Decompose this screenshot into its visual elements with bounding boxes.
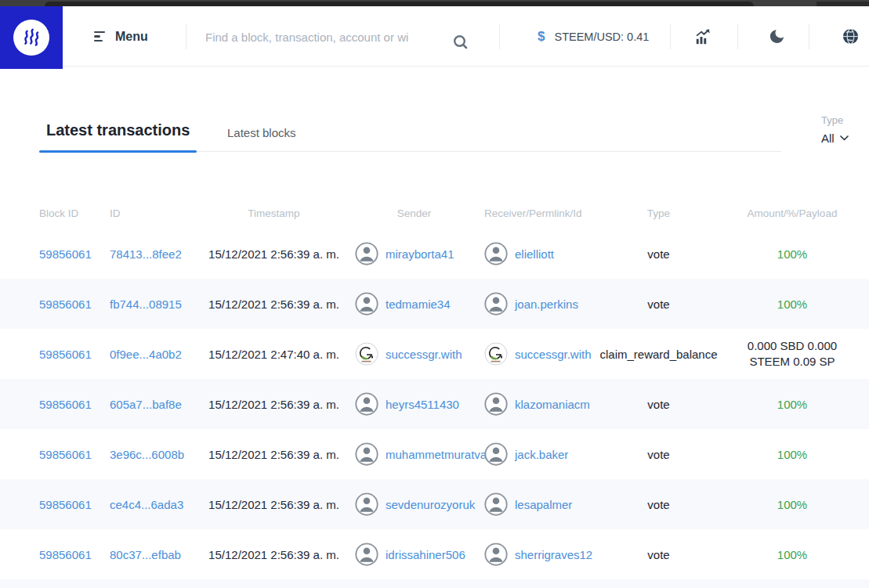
user-avatar-icon[interactable]: [484, 392, 508, 416]
menu-button[interactable]: Menu: [94, 6, 148, 67]
sender-link[interactable]: muhammetmuratva: [386, 448, 487, 461]
table-row: 59856061 605a7...baf8e 15/12/2021 2:56:3…: [0, 379, 869, 429]
market-chart-button[interactable]: [694, 6, 711, 67]
steem-logo-icon: [13, 20, 49, 56]
header-divider: [499, 23, 500, 49]
price-label: STEEM/USD: 0.41: [554, 31, 649, 43]
block-id-link[interactable]: 59856061: [39, 398, 92, 411]
transaction-type: claim_reward_balance: [602, 348, 715, 361]
receiver-link[interactable]: jack.baker: [515, 448, 568, 461]
amount-payload: 0.000 SBD 0.000 STEEM 0.09 SP: [740, 338, 845, 370]
transaction-id-link[interactable]: 0f9ee...4a0b2: [110, 348, 182, 361]
receiver-link[interactable]: elielliott: [515, 247, 554, 261]
receiver-link[interactable]: klazomaniacm: [515, 398, 590, 411]
timestamp: 15/12/2021 2:56:39 a. m.: [197, 498, 350, 511]
block-id-link[interactable]: 59856061: [39, 448, 92, 461]
timestamp: 15/12/2021 2:56:39 a. m.: [197, 548, 350, 561]
transactions-table: Block ID ID Timestamp Sender Receiver/Pe…: [0, 198, 869, 588]
table-header-row: Block ID ID Timestamp Sender Receiver/Pe…: [0, 198, 869, 229]
header-divider: [186, 23, 186, 49]
user-avatar-icon[interactable]: [355, 242, 378, 265]
user-avatar-icon[interactable]: [484, 442, 508, 466]
col-header-type: Type: [602, 207, 715, 219]
tab-latest-transactions[interactable]: Latest transactions: [39, 121, 197, 151]
transaction-type: vote: [602, 398, 715, 411]
receiver-link[interactable]: lesapalmer: [515, 498, 572, 511]
user-avatar-icon[interactable]: [484, 242, 508, 265]
dollar-icon: $: [538, 29, 545, 45]
user-avatar-icon[interactable]: [484, 492, 508, 516]
sender-link[interactable]: idrissahiner506: [386, 548, 465, 561]
table-row: 59856061 80c37...efbab 15/12/2021 2:56:3…: [0, 529, 869, 579]
col-header-sender: Sender: [350, 207, 478, 219]
type-filter-value: All: [821, 132, 835, 145]
header-divider: [809, 23, 809, 49]
sender-link[interactable]: sevdenurozyoruk: [386, 498, 475, 511]
language-button[interactable]: [842, 6, 860, 67]
user-avatar-icon[interactable]: [355, 442, 378, 466]
type-filter-label: Type: [821, 114, 849, 126]
moon-icon: [768, 27, 786, 45]
timestamp: 15/12/2021 2:56:39 a. m.: [197, 298, 350, 311]
timestamp: 15/12/2021 2:56:39 a. m.: [197, 398, 350, 411]
user-avatar-icon[interactable]: [484, 292, 508, 316]
table-row: 59856061 ce4c4...6ada3 15/12/2021 2:56:3…: [0, 479, 869, 529]
receiver-link[interactable]: successgr.with: [515, 348, 592, 361]
transaction-id-link[interactable]: 80c37...efbab: [110, 548, 181, 561]
amount-value: 100%: [777, 247, 807, 261]
header-divider: [670, 23, 671, 49]
block-id-link[interactable]: 59856061: [39, 548, 92, 561]
col-header-id: ID: [110, 207, 197, 219]
user-avatar-icon[interactable]: [484, 543, 508, 566]
user-avatar-icon[interactable]: [355, 492, 378, 516]
table-row-partial: [0, 579, 869, 588]
custom-avatar-icon[interactable]: [355, 342, 378, 366]
type-filter-dropdown[interactable]: All: [821, 132, 849, 145]
amount-value: 100%: [777, 298, 807, 311]
block-id-link[interactable]: 59856061: [39, 498, 92, 511]
block-id-link[interactable]: 59856061: [39, 348, 92, 361]
amount-value: 100%: [777, 398, 807, 411]
custom-avatar-icon[interactable]: [484, 342, 508, 366]
user-avatar-icon[interactable]: [355, 392, 378, 416]
sender-link[interactable]: successgr.with: [386, 348, 462, 361]
transaction-id-link[interactable]: ce4c4...6ada3: [110, 498, 183, 511]
search-icon: [451, 33, 470, 52]
sender-link[interactable]: heyrs4511430: [386, 398, 459, 411]
sender-link[interactable]: mirayborta41: [386, 247, 454, 261]
amount-value: 100%: [777, 548, 807, 561]
block-id-link[interactable]: 59856061: [39, 298, 92, 311]
app-header: Menu $ STEEM/USD: 0.41: [0, 6, 869, 67]
user-avatar-icon[interactable]: [355, 543, 378, 566]
chart-icon: [694, 28, 711, 45]
timestamp: 15/12/2021 2:56:39 a. m.: [197, 247, 350, 261]
tabs-bar: Latest transactions Latest blocks: [39, 110, 781, 152]
menu-icon: [94, 31, 105, 42]
table-row: 59856061 0f9ee...4a0b2 15/12/2021 2:47:4…: [0, 329, 869, 379]
search-button[interactable]: [451, 33, 470, 52]
block-id-link[interactable]: 59856061: [39, 247, 92, 261]
transaction-id-link[interactable]: 605a7...baf8e: [110, 398, 182, 411]
timestamp: 15/12/2021 2:56:39 a. m.: [197, 448, 350, 461]
price-ticker[interactable]: $ STEEM/USD: 0.41: [538, 6, 649, 67]
amount-value: 100%: [777, 498, 807, 511]
transaction-id-link[interactable]: fb744...08915: [110, 298, 182, 311]
steem-logo[interactable]: [0, 6, 63, 69]
col-header-receiver: Receiver/Permlink/Id: [478, 207, 602, 219]
chevron-down-icon: [840, 135, 849, 141]
receiver-link[interactable]: joan.perkins: [515, 298, 578, 311]
tab-latest-blocks[interactable]: Latest blocks: [227, 126, 296, 139]
transaction-type: vote: [602, 548, 715, 561]
sender-link[interactable]: tedmamie34: [386, 298, 451, 311]
user-avatar-icon[interactable]: [355, 292, 378, 316]
receiver-link[interactable]: sherrigraves12: [515, 548, 592, 561]
timestamp: 15/12/2021 2:47:40 a. m.: [197, 348, 350, 361]
amount-value: 100%: [777, 448, 807, 461]
table-row: 59856061 fb744...08915 15/12/2021 2:56:3…: [0, 279, 869, 329]
transaction-type: vote: [602, 247, 715, 261]
dark-mode-toggle[interactable]: [768, 6, 786, 67]
transaction-type: vote: [602, 448, 715, 461]
transaction-id-link[interactable]: 3e96c...6008b: [110, 448, 184, 461]
search-input[interactable]: [205, 25, 440, 49]
transaction-id-link[interactable]: 78413...8fee2: [110, 247, 182, 261]
